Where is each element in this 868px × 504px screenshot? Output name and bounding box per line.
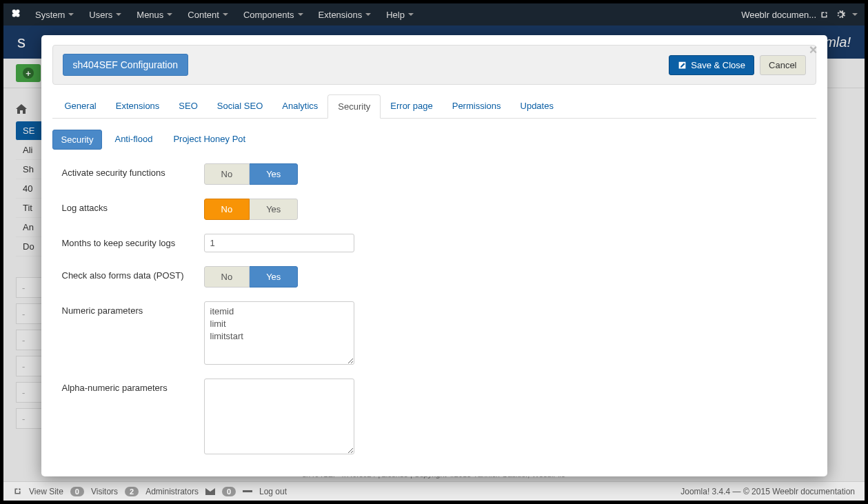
- chevron-down-icon: [365, 13, 371, 16]
- textarea-alphanumeric[interactable]: [204, 379, 354, 454]
- option-yes[interactable]: Yes: [250, 199, 298, 220]
- toggle-check-post: No Yes: [204, 266, 299, 288]
- modal-title: sh404SEF Configuration: [63, 54, 189, 76]
- logout-link[interactable]: Log out: [259, 487, 287, 496]
- tab-security[interactable]: Security: [327, 94, 381, 119]
- admins-badge[interactable]: 2: [125, 487, 139, 496]
- menu-users[interactable]: Users: [82, 6, 128, 24]
- tab-social-seo[interactable]: Social SEO: [208, 94, 272, 118]
- chevron-down-icon: [852, 13, 858, 16]
- field-activate-security: Activate security functions No Yes: [52, 163, 816, 185]
- external-link-icon: [820, 10, 829, 19]
- pencil-icon: [678, 61, 687, 70]
- external-link-icon: [13, 487, 22, 496]
- menu-help[interactable]: Help: [379, 6, 421, 24]
- view-site-link[interactable]: View Site: [29, 487, 63, 496]
- textarea-numeric-params[interactable]: itemid limit limitstart: [204, 301, 354, 365]
- option-no[interactable]: No: [204, 266, 250, 288]
- label-numeric-params: Numeric parameters: [62, 301, 204, 316]
- field-log-attacks: Log attacks No Yes: [52, 199, 816, 220]
- joomla-icon: [10, 8, 23, 21]
- subtab-security[interactable]: Security: [52, 130, 103, 150]
- menu-extensions[interactable]: Extensions: [312, 6, 379, 24]
- label-activate: Activate security functions: [62, 163, 204, 178]
- tab-updates[interactable]: Updates: [511, 94, 563, 118]
- tab-seo[interactable]: SEO: [169, 94, 207, 118]
- subtab-anti-flood[interactable]: Anti-flood: [106, 130, 161, 150]
- gear-icon[interactable]: [836, 10, 845, 19]
- envelope-icon[interactable]: [205, 488, 215, 495]
- modal-toolbar: sh404SEF Configuration Save & Close Canc…: [52, 45, 816, 85]
- modal-body: sh404SEF Configuration Save & Close Canc…: [41, 35, 827, 476]
- tab-general[interactable]: General: [55, 94, 106, 118]
- menu-menus[interactable]: Menus: [130, 6, 179, 24]
- menu-content[interactable]: Content: [181, 6, 235, 24]
- status-bar: View Site 0 Visitors 2 Administrators 0 …: [3, 481, 865, 501]
- config-modal: × sh404SEF Configuration Save & Close Ca…: [41, 35, 827, 476]
- option-yes[interactable]: Yes: [250, 163, 298, 185]
- option-no[interactable]: No: [204, 163, 250, 185]
- visitors-label: Visitors: [91, 487, 118, 496]
- field-numeric-params: Numeric parameters itemid limit limitsta…: [52, 301, 816, 365]
- close-icon[interactable]: ×: [809, 42, 818, 58]
- option-no[interactable]: No: [204, 199, 250, 220]
- footer-right: Joomla! 3.4.4 — © 2015 Weeblr documentat…: [680, 487, 855, 496]
- tab-permissions[interactable]: Permissions: [443, 94, 511, 118]
- admins-label: Administrators: [145, 487, 199, 496]
- field-alphanumeric-params: Alpha-numeric parameters: [52, 379, 816, 454]
- menu-system[interactable]: System: [28, 6, 81, 24]
- dash-icon: [243, 490, 252, 492]
- label-check-post: Check also forms data (POST): [62, 266, 204, 281]
- admin-topbar: System Users Menus Content Components Ex…: [3, 3, 865, 26]
- tab-error-page[interactable]: Error page: [381, 94, 442, 118]
- input-months-keep[interactable]: [204, 234, 354, 252]
- chevron-down-icon: [116, 13, 121, 16]
- chevron-down-icon: [68, 13, 74, 16]
- menu-components[interactable]: Components: [236, 6, 310, 24]
- save-close-button[interactable]: Save & Close: [669, 55, 754, 75]
- chevron-down-icon: [298, 13, 303, 16]
- field-check-post: Check also forms data (POST) No Yes: [52, 266, 816, 288]
- tab-analytics[interactable]: Analytics: [272, 94, 327, 118]
- chevron-down-icon: [408, 13, 414, 16]
- option-yes[interactable]: Yes: [250, 266, 298, 288]
- visitors-badge[interactable]: 0: [70, 487, 84, 496]
- subtab-honeypot[interactable]: Project Honey Pot: [165, 130, 254, 150]
- chevron-down-icon: [223, 13, 228, 16]
- main-tabs: General Extensions SEO Social SEO Analyt…: [52, 94, 816, 119]
- cancel-button[interactable]: Cancel: [760, 55, 805, 75]
- sub-tabs: Security Anti-flood Project Honey Pot: [52, 130, 816, 150]
- toggle-log-attacks: No Yes: [204, 199, 299, 220]
- field-months-keep: Months to keep security logs: [52, 234, 816, 252]
- label-log-attacks: Log attacks: [62, 199, 204, 213]
- label-months-keep: Months to keep security logs: [62, 234, 204, 248]
- label-alphanumeric-params: Alpha-numeric parameters: [62, 379, 204, 393]
- tab-extensions[interactable]: Extensions: [106, 94, 170, 118]
- messages-badge[interactable]: 0: [222, 487, 236, 496]
- toggle-activate: No Yes: [204, 163, 299, 185]
- chevron-down-icon: [167, 13, 172, 16]
- topbar-menu: System Users Menus Content Components Ex…: [28, 6, 421, 24]
- site-name-link[interactable]: Weeblr documen...: [741, 10, 829, 20]
